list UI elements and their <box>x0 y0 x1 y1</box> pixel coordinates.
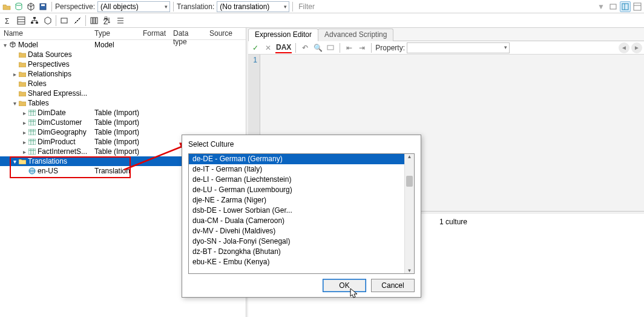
separator <box>173 2 174 12</box>
culture-item[interactable]: de-LI - German (Liechtenstein) <box>189 175 404 185</box>
top-toolbar: Perspective: (All objects) Translation: … <box>0 0 644 13</box>
undo-icon[interactable]: ↶ <box>300 42 310 53</box>
svg-rect-18 <box>96 18 97 24</box>
folder-icon <box>18 79 27 88</box>
find-icon[interactable]: 🔍 <box>312 42 323 53</box>
panel2-icon[interactable] <box>632 1 643 12</box>
tree-node[interactable]: Data Sources <box>0 50 246 59</box>
tree-node[interactable]: Shared Expressi... <box>0 88 246 98</box>
grid-icon[interactable] <box>15 14 28 27</box>
svg-rect-3 <box>610 4 616 9</box>
culture-item[interactable]: dua-CM - Duala (Cameroon) <box>189 216 404 226</box>
svg-text:Z: Z <box>104 18 108 25</box>
culture-item[interactable]: dsb-DE - Lower Sorbian (Ger... <box>189 205 404 216</box>
tree-node[interactable]: Perspectives <box>0 59 246 69</box>
comment-icon[interactable] <box>325 42 336 53</box>
sigma-icon[interactable]: Σ <box>1 14 15 27</box>
ok-button[interactable]: OK <box>323 279 366 292</box>
cube2-icon[interactable] <box>41 14 54 27</box>
expand-icon[interactable]: ▸ <box>21 119 28 126</box>
accept-icon[interactable]: ✓ <box>250 42 261 53</box>
separator <box>51 2 52 12</box>
separator <box>56 15 56 26</box>
scrollbar[interactable] <box>404 154 414 273</box>
filter-icon[interactable]: ▼ <box>596 1 606 12</box>
indent-right-icon[interactable]: ⇥ <box>356 42 367 53</box>
collapse-icon[interactable]: ▾ <box>11 158 18 165</box>
svg-rect-32 <box>28 129 36 135</box>
separator <box>295 43 296 53</box>
folder-view-icon[interactable] <box>58 14 71 27</box>
columns-icon[interactable] <box>87 14 100 27</box>
svg-rect-9 <box>18 17 25 24</box>
indent-left-icon[interactable]: ⇤ <box>344 42 355 53</box>
col-source[interactable]: Source <box>206 28 246 39</box>
culture-item[interactable]: dje-NE - Zarma (Niger) <box>189 195 404 205</box>
col-type[interactable]: Type <box>91 28 139 39</box>
culture-item[interactable]: dz-BT - Dzongkha (Bhutan) <box>189 247 404 257</box>
translation-icon <box>28 167 36 175</box>
tree-node[interactable]: ▸Relationships <box>0 69 246 79</box>
folder-icon <box>18 89 27 98</box>
cancel-button[interactable]: Cancel <box>371 279 415 292</box>
culture-item[interactable]: de-LU - German (Luxembourg) <box>189 185 404 195</box>
culture-listbox[interactable]: de-DE - German (Germany)de-IT - German (… <box>188 153 415 274</box>
cancel-icon[interactable]: ✕ <box>263 42 274 53</box>
node-model[interactable]: ▾ Model Model <box>0 40 246 50</box>
tab-advanced-scripting[interactable]: Advanced Scripting <box>318 28 393 41</box>
expand-icon[interactable]: ▸ <box>21 110 28 116</box>
svg-rect-45 <box>327 45 334 50</box>
dialog-buttons: OK Cancel <box>182 274 421 297</box>
svg-rect-36 <box>28 139 36 145</box>
col-datatype[interactable]: Data type <box>169 28 206 39</box>
tree-node[interactable]: Roles <box>0 79 246 88</box>
perspective-combo[interactable]: (All objects) <box>97 1 170 12</box>
table-node[interactable]: ▸DimDateTable (Import) <box>0 108 246 118</box>
collapse-icon[interactable]: ▾ <box>1 42 8 48</box>
col-format[interactable]: Format <box>139 28 169 39</box>
culture-item[interactable]: de-DE - German (Germany) <box>189 154 404 164</box>
separator <box>85 15 86 26</box>
culture-item[interactable]: dyo-SN - Jola-Fonyi (Senegal) <box>189 236 404 247</box>
forward-icon[interactable]: ► <box>631 42 642 53</box>
tab-expression-editor[interactable]: Expression Editor <box>248 28 318 41</box>
folder-icon <box>18 70 27 78</box>
table-node[interactable]: ▸DimCustomerTable (Import) <box>0 118 246 127</box>
cube-icon[interactable] <box>25 1 36 12</box>
expand-icon[interactable]: ▸ <box>11 71 18 78</box>
list-icon[interactable] <box>114 14 127 27</box>
table-icon <box>28 147 36 156</box>
folder-icon <box>18 99 27 107</box>
svg-rect-17 <box>93 18 95 24</box>
sort-az-icon[interactable]: AZ <box>100 14 114 27</box>
separator <box>292 2 293 12</box>
dax-label-icon[interactable]: DAX <box>275 42 292 53</box>
svg-rect-40 <box>28 148 36 155</box>
open-icon[interactable] <box>1 1 12 12</box>
svg-rect-14 <box>36 22 38 24</box>
col-name[interactable]: Name <box>0 28 91 39</box>
translation-combo[interactable]: (No translation) <box>217 1 289 12</box>
save-icon[interactable] <box>38 1 48 12</box>
node-tables[interactable]: ▾ Tables <box>0 98 246 108</box>
collapse-icon[interactable]: ▾ <box>11 100 18 107</box>
scrollbar-thumb[interactable] <box>406 176 413 187</box>
expand-icon[interactable]: ▸ <box>21 148 28 155</box>
hierarchy-icon[interactable] <box>28 14 41 27</box>
culture-item[interactable]: ebu-KE - Embu (Kenya) <box>189 257 404 267</box>
expand-icon[interactable]: ▸ <box>21 129 28 136</box>
expand-icon[interactable]: ▸ <box>21 139 28 145</box>
culture-item[interactable]: dv-MV - Divehi (Maldives) <box>189 226 404 236</box>
property-combo[interactable] <box>407 42 510 53</box>
culture-item[interactable]: de-IT - German (Italy) <box>189 164 404 175</box>
refresh-icon[interactable] <box>608 1 619 12</box>
measure-icon[interactable] <box>71 14 84 27</box>
svg-rect-15 <box>61 18 67 23</box>
table-icon <box>28 138 36 146</box>
filter-input[interactable]: Filter <box>296 1 594 12</box>
separator <box>340 43 340 53</box>
database-icon[interactable] <box>13 1 24 12</box>
panel1-icon[interactable] <box>620 1 631 12</box>
back-icon[interactable]: ◄ <box>619 42 629 53</box>
svg-rect-28 <box>28 119 36 125</box>
